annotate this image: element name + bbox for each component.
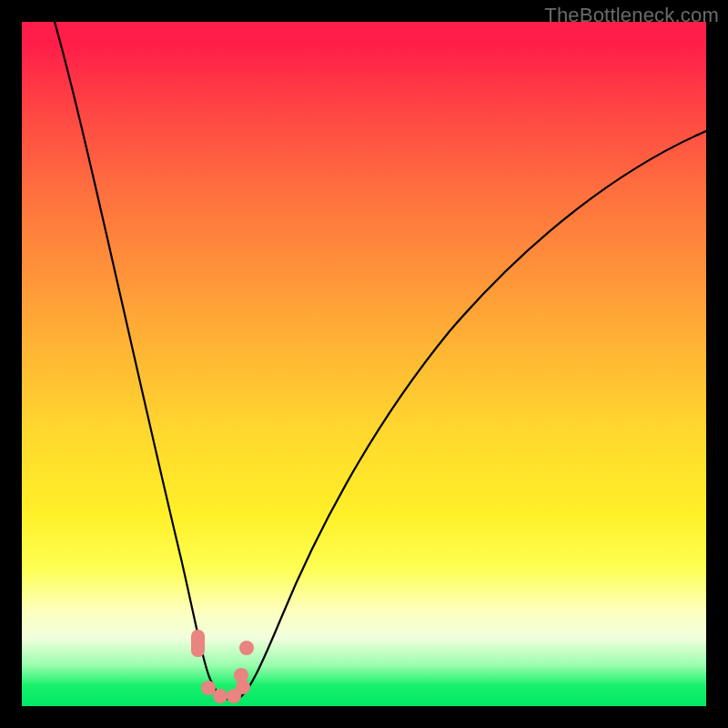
marker-pill xyxy=(191,630,205,657)
marker-dot xyxy=(213,689,228,703)
marker-dot xyxy=(239,641,254,655)
chart-area xyxy=(22,22,706,706)
marker-dot xyxy=(201,681,216,695)
watermark-text: TheBottleneck.com xyxy=(544,4,719,27)
curve-path xyxy=(55,22,706,700)
marker-dot xyxy=(234,668,248,682)
bottleneck-curve xyxy=(22,22,706,706)
